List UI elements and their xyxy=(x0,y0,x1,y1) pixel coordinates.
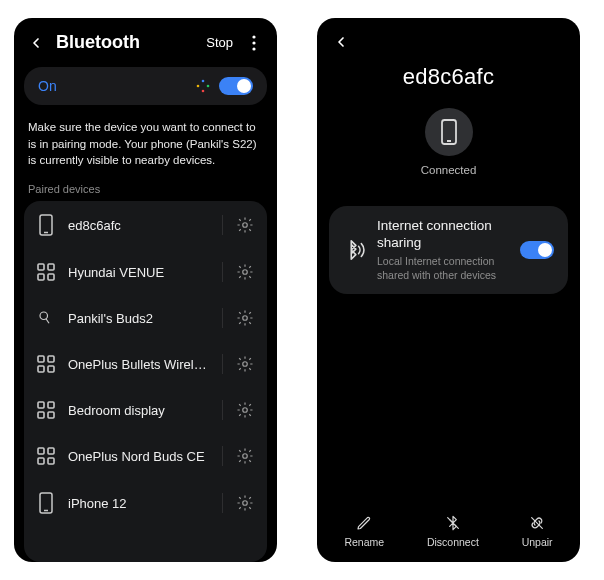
svg-point-1 xyxy=(252,41,255,44)
svg-rect-27 xyxy=(38,448,44,454)
device-row[interactable]: Pankil's Buds2 xyxy=(24,295,267,341)
internet-sharing-subtitle: Local Internet connection shared with ot… xyxy=(377,254,508,282)
divider xyxy=(222,446,223,466)
svg-rect-25 xyxy=(48,412,54,418)
svg-point-9 xyxy=(243,223,248,228)
svg-point-26 xyxy=(243,408,248,413)
device-row[interactable]: iPhone 12 xyxy=(24,479,267,527)
unpair-icon xyxy=(529,514,545,532)
svg-point-3 xyxy=(202,80,205,83)
device-row[interactable]: OnePlus Nord Buds CE xyxy=(24,433,267,479)
svg-rect-28 xyxy=(48,448,54,454)
bluetooth-switch[interactable] xyxy=(219,77,253,95)
device-row[interactable]: ed8c6afc xyxy=(24,201,267,249)
back-icon[interactable] xyxy=(333,34,564,50)
header xyxy=(317,18,580,56)
rename-label: Rename xyxy=(344,536,384,548)
disconnect-button[interactable]: Disconnect xyxy=(427,514,479,548)
svg-rect-22 xyxy=(38,402,44,408)
device-name: Bedroom display xyxy=(68,403,210,418)
svg-rect-11 xyxy=(48,264,54,270)
svg-rect-19 xyxy=(38,366,44,372)
svg-rect-12 xyxy=(38,274,44,280)
svg-point-34 xyxy=(243,501,248,506)
internet-sharing-title: Internet connection sharing xyxy=(377,218,508,252)
internet-sharing-text: Internet connection sharing Local Intern… xyxy=(377,218,508,282)
svg-point-21 xyxy=(243,362,248,367)
device-name: OnePlus Bullets Wireless Z xyxy=(68,357,210,372)
device-row[interactable]: OnePlus Bullets Wireless Z xyxy=(24,341,267,387)
device-type-icon xyxy=(36,214,56,236)
svg-point-31 xyxy=(243,454,248,459)
device-type-icon xyxy=(36,309,56,327)
svg-point-0 xyxy=(252,35,255,38)
device-detail-screen: ed8c6afc Connected Internet connection s… xyxy=(317,18,580,562)
gear-icon[interactable] xyxy=(235,355,255,373)
device-title: ed8c6afc xyxy=(317,56,580,108)
svg-rect-20 xyxy=(48,366,54,372)
svg-point-5 xyxy=(202,90,205,93)
device-type-icon xyxy=(36,447,56,465)
divider xyxy=(222,400,223,420)
svg-point-4 xyxy=(207,85,210,88)
svg-rect-17 xyxy=(38,356,44,362)
device-type-icon xyxy=(36,355,56,373)
svg-rect-30 xyxy=(48,458,54,464)
gear-icon[interactable] xyxy=(235,309,255,327)
device-name: Hyundai VENUE xyxy=(68,265,210,280)
device-name: Pankil's Buds2 xyxy=(68,311,210,326)
paired-devices-list: ed8c6afcHyundai VENUEPankil's Buds2OnePl… xyxy=(24,201,267,562)
unpair-label: Unpair xyxy=(522,536,553,548)
header: Bluetooth Stop xyxy=(14,18,277,63)
sparkle-icon xyxy=(195,78,211,94)
device-type-icon xyxy=(36,492,56,514)
help-text: Make sure the device you want to connect… xyxy=(14,115,277,181)
divider xyxy=(222,262,223,282)
svg-point-6 xyxy=(197,85,200,88)
divider xyxy=(222,354,223,374)
gear-icon[interactable] xyxy=(235,401,255,419)
svg-point-16 xyxy=(243,316,248,321)
device-name: ed8c6afc xyxy=(68,218,210,233)
svg-point-15 xyxy=(40,312,48,320)
bottom-actions: Rename Disconnect Unpair xyxy=(317,508,580,554)
device-row[interactable]: Bedroom display xyxy=(24,387,267,433)
connection-status: Connected xyxy=(421,164,477,176)
device-avatar-section: Connected xyxy=(317,108,580,176)
page-title: Bluetooth xyxy=(56,32,196,53)
svg-point-14 xyxy=(243,270,248,275)
back-icon[interactable] xyxy=(28,34,46,52)
bluetooth-off-icon xyxy=(445,514,461,532)
device-type-icon xyxy=(36,263,56,281)
divider xyxy=(222,215,223,235)
divider xyxy=(222,493,223,513)
rename-button[interactable]: Rename xyxy=(344,514,384,548)
internet-sharing-card[interactable]: Internet connection sharing Local Intern… xyxy=(329,206,568,294)
device-row[interactable]: Hyundai VENUE xyxy=(24,249,267,295)
device-name: iPhone 12 xyxy=(68,496,210,511)
more-icon[interactable] xyxy=(245,35,263,51)
bluetooth-settings-screen: Bluetooth Stop On Make sure the device y… xyxy=(14,18,277,562)
unpair-button[interactable]: Unpair xyxy=(522,514,553,548)
paired-devices-label: Paired devices xyxy=(14,181,277,201)
svg-rect-10 xyxy=(38,264,44,270)
device-avatar xyxy=(425,108,473,156)
stop-button[interactable]: Stop xyxy=(206,35,233,50)
internet-sharing-switch[interactable] xyxy=(520,241,554,259)
svg-rect-13 xyxy=(48,274,54,280)
disconnect-label: Disconnect xyxy=(427,536,479,548)
divider xyxy=(222,308,223,328)
bluetooth-tether-icon xyxy=(343,239,365,261)
device-type-icon xyxy=(36,401,56,419)
bluetooth-on-label: On xyxy=(38,78,195,94)
bluetooth-toggle-row[interactable]: On xyxy=(24,67,267,105)
svg-rect-18 xyxy=(48,356,54,362)
gear-icon[interactable] xyxy=(235,447,255,465)
svg-rect-23 xyxy=(48,402,54,408)
gear-icon[interactable] xyxy=(235,494,255,512)
svg-point-2 xyxy=(252,47,255,50)
svg-rect-29 xyxy=(38,458,44,464)
svg-rect-24 xyxy=(38,412,44,418)
gear-icon[interactable] xyxy=(235,263,255,281)
gear-icon[interactable] xyxy=(235,216,255,234)
